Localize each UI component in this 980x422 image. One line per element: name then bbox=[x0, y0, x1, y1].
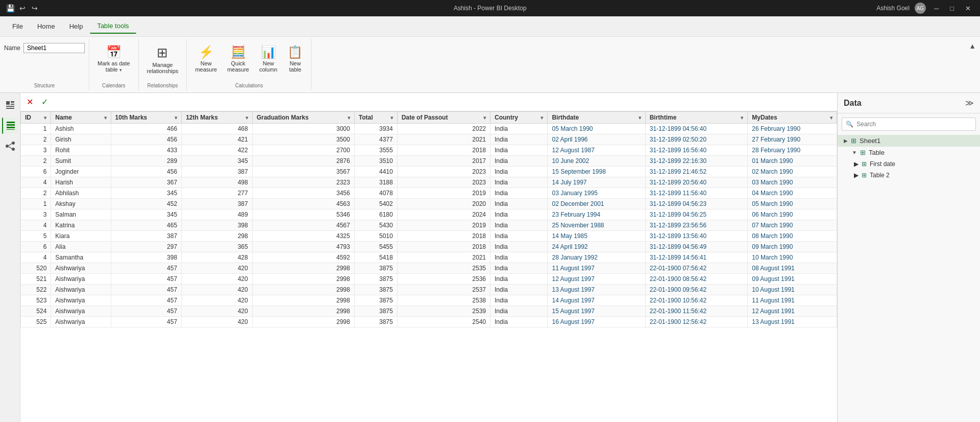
cell-marks12: 387 bbox=[182, 167, 253, 177]
col-header-birthdate[interactable]: Birthdate▾ bbox=[548, 112, 645, 124]
cell-name: Aishwariya bbox=[51, 295, 111, 306]
col-header-datepass[interactable]: Date of Passout▾ bbox=[397, 112, 490, 124]
cell-marks10: 457 bbox=[111, 306, 182, 317]
panel-search-input[interactable] bbox=[842, 118, 976, 131]
svg-rect-6 bbox=[7, 124, 15, 126]
cell-birthtime: 22-01-1900 11:56:42 bbox=[645, 306, 748, 317]
filter-icon-gradmarks[interactable]: ▾ bbox=[348, 115, 350, 121]
menu-home[interactable]: Home bbox=[30, 19, 62, 33]
panel-expand-button[interactable]: ≫ bbox=[965, 98, 974, 108]
filter-icon-mydates[interactable]: ▾ bbox=[830, 115, 832, 121]
cell-mydates: 09 March 1990 bbox=[748, 242, 837, 252]
cell-datepass: 2537 bbox=[397, 285, 490, 295]
filter-icon-marks12[interactable]: ▾ bbox=[246, 115, 248, 121]
table-row: 2Sumit289345287635102017India10 June 200… bbox=[21, 156, 837, 167]
cell-gradmarks: 3500 bbox=[252, 134, 354, 145]
col-header-total[interactable]: Total▾ bbox=[354, 112, 397, 124]
filter-icon-id[interactable]: ▾ bbox=[44, 115, 46, 121]
ribbon-expand-icon[interactable]: ▲ bbox=[969, 42, 976, 50]
cell-mydates: 28 February 1990 bbox=[748, 145, 837, 156]
cell-marks12: 428 bbox=[182, 252, 253, 263]
data-table-container[interactable]: ID▾ Name▾ 10th Marks▾ 12th Marks▾ Gradua bbox=[20, 111, 837, 422]
cell-marks10: 387 bbox=[111, 231, 182, 242]
col-header-birthtime[interactable]: Birthtime▾ bbox=[645, 112, 748, 124]
cell-id: 524 bbox=[21, 306, 51, 317]
tree-item-sheet1[interactable]: ▶ ⊞ Sheet1 bbox=[838, 135, 980, 147]
col-header-name[interactable]: Name▾ bbox=[51, 112, 111, 124]
new-table-button[interactable]: 📋 New table bbox=[283, 43, 307, 75]
cell-total: 3875 bbox=[354, 285, 397, 295]
close-button[interactable]: ✕ bbox=[962, 5, 974, 12]
col-header-mydates[interactable]: MyDates▾ bbox=[748, 112, 837, 124]
cell-mydates: 05 March 1990 bbox=[748, 199, 837, 209]
cell-datepass: 2021 bbox=[397, 134, 490, 145]
menu-table-tools[interactable]: Table tools bbox=[90, 19, 136, 34]
relationships-items: ⊞ Manage relationships bbox=[143, 41, 183, 78]
cell-birthdate: 14 August 1997 bbox=[548, 295, 645, 306]
filter-icon-birthdate[interactable]: ▾ bbox=[639, 115, 641, 121]
quick-measure-button[interactable]: 🧮 Quick measure bbox=[223, 43, 253, 75]
formula-check-icon[interactable]: ✓ bbox=[39, 96, 50, 108]
tree-item-table[interactable]: ▼ ⊞ Table bbox=[838, 147, 980, 158]
sidebar-data-icon[interactable] bbox=[2, 118, 18, 134]
cell-id: 521 bbox=[21, 274, 51, 285]
formula-close-icon[interactable]: ✕ bbox=[24, 96, 35, 108]
menu-help[interactable]: Help bbox=[62, 19, 90, 33]
undo-icon[interactable]: ↩ bbox=[18, 4, 27, 12]
cell-total: 4078 bbox=[354, 188, 397, 199]
filter-icon-name[interactable]: ▾ bbox=[104, 115, 107, 121]
maximize-button[interactable]: □ bbox=[947, 5, 957, 12]
new-label1: New bbox=[201, 60, 212, 66]
cell-gradmarks: 2700 bbox=[252, 145, 354, 156]
col-header-marks10[interactable]: 10th Marks▾ bbox=[111, 112, 182, 124]
cell-mydates: 04 March 1990 bbox=[748, 188, 837, 199]
mark-as-date-table-button[interactable]: 📅 Mark as date table ▾ bbox=[93, 43, 134, 75]
cell-marks12: 420 bbox=[182, 295, 253, 306]
new-measure-button[interactable]: ⚡ New measure bbox=[191, 43, 221, 75]
sidebar-report-icon[interactable] bbox=[2, 97, 18, 113]
ribbon-group-structure: Name Structure bbox=[0, 39, 89, 90]
cell-total: 3875 bbox=[354, 306, 397, 317]
cell-gradmarks: 2323 bbox=[252, 177, 354, 188]
table-icon-table2: ⊞ bbox=[862, 172, 867, 179]
cell-country: India bbox=[490, 285, 547, 295]
table-row: 3Rohit433422270035552018India12 August 1… bbox=[21, 145, 837, 156]
col-header-country[interactable]: Country▾ bbox=[490, 112, 547, 124]
minimize-button[interactable]: ─ bbox=[931, 5, 942, 12]
col-header-id[interactable]: ID▾ bbox=[21, 112, 51, 124]
cell-total: 3555 bbox=[354, 145, 397, 156]
filter-icon-birthtime[interactable]: ▾ bbox=[741, 115, 743, 121]
cell-mydates: 27 February 1990 bbox=[748, 134, 837, 145]
filter-icon-datepass[interactable]: ▾ bbox=[483, 115, 486, 121]
redo-icon[interactable]: ↪ bbox=[31, 4, 39, 12]
tree-item-first-date[interactable]: ▶ ⊞ First date bbox=[838, 158, 980, 170]
cell-birthdate: 05 March 1990 bbox=[548, 124, 645, 134]
cell-birthtime: 22-01-1900 08:56:42 bbox=[645, 274, 748, 285]
sidebar-model-icon[interactable] bbox=[2, 138, 18, 154]
new-column-button[interactable]: 📊 New column bbox=[255, 43, 281, 75]
manage-relationships-button[interactable]: ⊞ Manage relationships bbox=[143, 43, 183, 76]
cell-marks10: 367 bbox=[111, 177, 182, 188]
cell-id: 3 bbox=[21, 145, 51, 156]
window-title: Ashish - Power BI Desktop bbox=[454, 5, 527, 12]
name-input[interactable] bbox=[23, 43, 85, 53]
cell-datepass: 2021 bbox=[397, 252, 490, 263]
save-icon[interactable]: 💾 bbox=[6, 4, 14, 12]
cell-mydates: 12 August 1991 bbox=[748, 306, 837, 317]
relationships-label: relationships bbox=[147, 68, 179, 74]
chevron-icon-sheet1: ▶ bbox=[844, 138, 848, 144]
filter-icon-marks10[interactable]: ▾ bbox=[175, 115, 177, 121]
cell-marks12: 422 bbox=[182, 145, 253, 156]
col-header-gradmarks[interactable]: Graduation Marks▾ bbox=[252, 112, 354, 124]
table-row: 3Salman345489534661802024India23 Februar… bbox=[21, 209, 837, 220]
table-row: 6Joginder456387356744102023India15 Septe… bbox=[21, 167, 837, 177]
filter-icon-total[interactable]: ▾ bbox=[390, 115, 393, 121]
col-header-marks12[interactable]: 12th Marks▾ bbox=[182, 112, 253, 124]
filter-icon-country[interactable]: ▾ bbox=[541, 115, 543, 121]
cell-datepass: 2018 bbox=[397, 231, 490, 242]
menu-file[interactable]: File bbox=[5, 19, 30, 33]
cell-id: 2 bbox=[21, 156, 51, 167]
cell-birthtime: 22-01-1900 07:56:42 bbox=[645, 263, 748, 274]
tree-item-table2[interactable]: ▶ ⊞ Table 2 bbox=[838, 170, 980, 181]
new-table-icon: 📋 bbox=[287, 45, 303, 59]
